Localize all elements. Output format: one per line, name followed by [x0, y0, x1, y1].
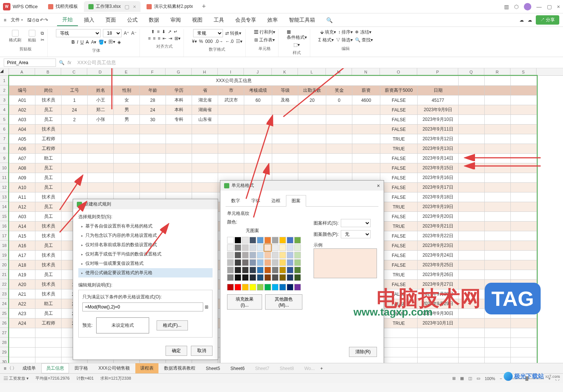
color-swatch[interactable] — [242, 252, 249, 258]
standard-color-swatch[interactable] — [257, 284, 264, 291]
color-swatch[interactable] — [264, 237, 271, 244]
rule-type-4[interactable]: ▸仅对唯一值或重复值设置格式 — [78, 259, 213, 268]
color-swatch[interactable] — [279, 274, 286, 281]
add-tab-button[interactable]: + — [199, 3, 209, 10]
copy-icon[interactable]: ⧉ — [41, 31, 44, 36]
data-cell[interactable]: 2023年9月14日 — [418, 154, 459, 163]
header-cell[interactable]: 等级 — [272, 86, 298, 95]
data-cell[interactable]: A03 — [9, 115, 35, 125]
sheet-tab-0[interactable]: 成绩单 — [18, 363, 41, 373]
data-cell[interactable]: 本科 — [166, 105, 192, 115]
color-swatch[interactable] — [294, 244, 301, 251]
data-cell[interactable] — [298, 163, 326, 173]
data-cell[interactable]: 技术员 — [35, 222, 62, 231]
data-cell[interactable] — [192, 154, 218, 163]
align-bottom-icon[interactable]: ⬇ — [162, 29, 166, 34]
menu-hamburger-icon[interactable]: ≡ — [4, 18, 6, 23]
row-header[interactable]: 17 — [0, 231, 9, 241]
data-cell[interactable] — [272, 105, 298, 115]
data-cell[interactable]: 员工 — [35, 212, 62, 222]
header-cell[interactable]: 工号 — [62, 86, 88, 95]
data-cell[interactable]: A16 — [9, 241, 35, 251]
add-sheet-icon[interactable]: + — [320, 366, 323, 371]
color-swatch[interactable] — [279, 244, 286, 251]
data-cell[interactable]: 2023年9月12日 — [418, 134, 459, 144]
data-cell[interactable]: 本科 — [166, 95, 192, 105]
color-swatch[interactable] — [294, 252, 301, 258]
data-cell[interactable]: 2023年9月17日 — [418, 183, 459, 192]
paste-button[interactable]: 粘贴 — [26, 29, 38, 44]
data-cell[interactable] — [88, 183, 114, 192]
data-cell[interactable] — [272, 163, 298, 173]
tab-pattern[interactable]: 图案 — [286, 195, 306, 207]
cloud2-icon[interactable]: ☁ — [528, 18, 532, 23]
data-cell[interactable]: 员工 — [35, 202, 62, 212]
sheet-tab-1[interactable]: 员工信息 — [41, 363, 69, 373]
color-swatch[interactable] — [249, 244, 256, 251]
menu-search-icon[interactable]: 🔍 — [321, 15, 338, 25]
dec-decimal-icon[interactable]: ←.0 — [225, 39, 233, 44]
color-swatch[interactable] — [227, 252, 234, 258]
row-header[interactable]: 8 — [0, 144, 9, 153]
data-cell[interactable] — [326, 125, 352, 134]
data-cell[interactable] — [166, 125, 192, 134]
row-header[interactable]: 22 — [0, 279, 9, 289]
data-cell[interactable]: 助工 — [35, 299, 62, 309]
col-header[interactable]: S — [510, 68, 537, 75]
standard-color-swatch[interactable] — [242, 284, 249, 291]
data-cell[interactable]: 2023年9月15日 — [418, 163, 459, 173]
data-cell[interactable]: 技术员 — [35, 280, 62, 289]
col-header[interactable]: K — [272, 68, 298, 75]
data-cell[interactable] — [192, 183, 218, 192]
orientation-icon[interactable]: ↗ — [168, 29, 172, 34]
color-swatch[interactable] — [272, 274, 279, 281]
range-picker-icon[interactable]: ⊞ — [205, 304, 208, 310]
data-cell[interactable] — [298, 144, 326, 154]
data-cell[interactable]: 员工 — [35, 309, 62, 319]
header-cell[interactable]: 性别 — [114, 86, 140, 95]
data-cell[interactable] — [218, 144, 244, 154]
qat-print-icon[interactable]: ⎙ — [32, 18, 35, 23]
sheet-tab-4[interactable]: 课程表 — [135, 363, 158, 373]
data-cell[interactable]: 技术员 — [35, 251, 62, 260]
rule-type-2[interactable]: ▸仅对排名靠前或靠后的数值设置格式 — [78, 240, 213, 250]
menu-formula[interactable]: 公式 — [122, 15, 143, 26]
tab-workbook[interactable]: 工作簿3.xlsx ▢ × — [84, 1, 141, 12]
worksheet-button[interactable]: ⊞ 工作表▾ — [254, 37, 275, 43]
color-swatch[interactable] — [279, 252, 286, 258]
data-cell[interactable] — [140, 173, 166, 183]
color-swatch[interactable] — [249, 237, 256, 244]
data-cell[interactable] — [326, 134, 352, 144]
row-header[interactable]: 24 — [0, 299, 9, 308]
data-cell[interactable]: 技术员 — [35, 289, 62, 299]
color-swatch[interactable] — [242, 259, 249, 266]
qat-redo-icon[interactable]: ↷ — [44, 18, 48, 23]
view-normal-icon[interactable]: ⊞ — [452, 376, 456, 381]
menu-page[interactable]: 页面 — [100, 15, 121, 26]
align-middle-icon[interactable]: ≡ — [157, 29, 160, 34]
data-cell[interactable] — [352, 125, 380, 134]
menu-data[interactable]: 数据 — [144, 15, 164, 26]
data-cell[interactable] — [218, 115, 244, 125]
sheet-tab-10[interactable]: Wo... — [299, 364, 320, 373]
strike-icon[interactable]: A̶ — [86, 40, 89, 45]
cond-format-button[interactable]: ▦条件格式▾ — [287, 29, 307, 41]
data-cell[interactable]: 技术员 — [35, 125, 62, 134]
more-colors-button[interactable]: 其他颜色(M)... — [265, 294, 302, 310]
data-cell[interactable] — [298, 105, 326, 115]
data-cell[interactable]: TRUE — [380, 270, 418, 280]
data-cell[interactable]: FALSE — [380, 251, 418, 260]
data-cell[interactable]: 4600 — [352, 95, 380, 105]
col-header[interactable]: H — [192, 68, 218, 75]
convert-button[interactable]: ⇄ 转换▾ — [225, 30, 241, 37]
data-cell[interactable]: 2023年9月25日 — [418, 260, 459, 270]
data-cell[interactable] — [88, 125, 114, 134]
color-swatch[interactable] — [264, 244, 271, 251]
data-cell[interactable] — [326, 144, 352, 154]
data-cell[interactable] — [326, 105, 352, 115]
col-header[interactable]: Q — [458, 68, 484, 75]
data-cell[interactable] — [140, 125, 166, 134]
color-swatch[interactable] — [294, 259, 301, 266]
search-cell-icon[interactable]: 🔍 — [59, 60, 65, 65]
data-cell[interactable]: TRUE — [380, 319, 418, 328]
